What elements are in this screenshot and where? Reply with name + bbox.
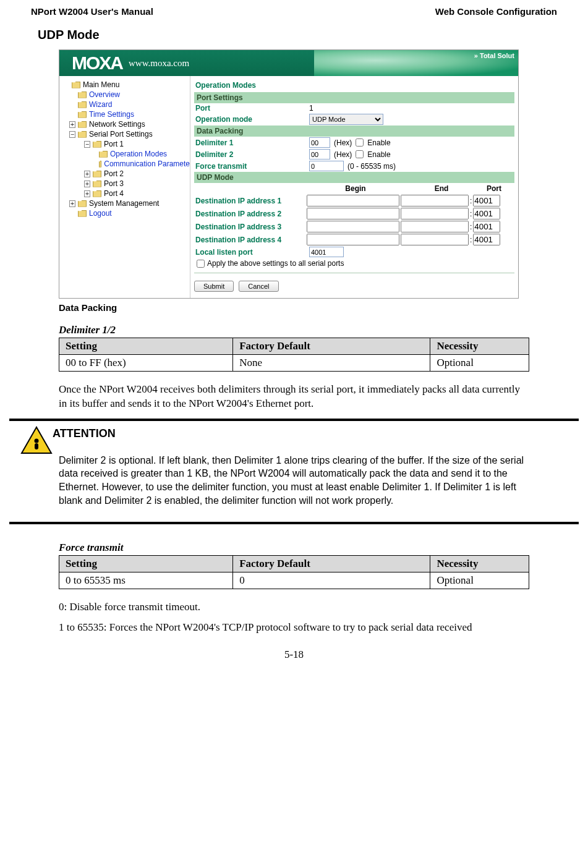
- screenshot-moxa-console: MOXA www.moxa.com » Total Solut Main Men…: [59, 49, 519, 299]
- tree-time-settings[interactable]: Time Settings: [89, 110, 134, 119]
- band-udp-mode: UDP Mode: [194, 172, 514, 183]
- td-factory-default: 0: [233, 572, 430, 589]
- dest1-end[interactable]: [401, 195, 469, 206]
- opmode-label: Operation mode: [194, 115, 305, 124]
- tree-network-settings[interactable]: Network Settings: [89, 120, 145, 129]
- attention-icon: [20, 426, 53, 454]
- hex-text: (Hex): [334, 150, 352, 159]
- col-begin: Begin: [307, 184, 404, 193]
- tree-operation-modes[interactable]: Operation Modes: [110, 150, 167, 158]
- opmode-select[interactable]: UDP Mode: [309, 114, 383, 125]
- port-value: 1: [309, 104, 313, 113]
- dest2-label: Destination IP address 2: [194, 210, 305, 218]
- hex-text: (Hex): [334, 138, 352, 147]
- th-factory-default: Factory Default: [233, 556, 430, 572]
- port-label: Port: [194, 104, 305, 113]
- expand-icon[interactable]: +: [84, 190, 90, 197]
- tree-comm-params[interactable]: Communication Paramete: [104, 160, 190, 168]
- expand-icon[interactable]: +: [69, 200, 75, 207]
- data-packing-heading: Data Packing: [59, 302, 529, 313]
- collapse-icon[interactable]: −: [69, 131, 75, 138]
- cancel-button[interactable]: Cancel: [239, 281, 278, 292]
- moxa-header-bar: MOXA www.moxa.com » Total Solut: [59, 50, 518, 76]
- dest4-port[interactable]: [473, 234, 500, 245]
- apply-all-checkbox[interactable]: [197, 260, 205, 268]
- dest4-end[interactable]: [401, 234, 469, 245]
- apply-all-label: Apply the above settings to all serial p…: [207, 259, 344, 268]
- header-left: NPort W2004 User's Manual: [31, 6, 153, 17]
- force-table: Setting Factory Default Necessity 0 to 6…: [59, 555, 529, 589]
- force-transmit-input[interactable]: [309, 161, 344, 171]
- tree-system-management[interactable]: System Management: [89, 199, 159, 208]
- delimiter-title: Delimiter 1/2: [59, 324, 529, 336]
- td-necessity: Optional: [430, 355, 529, 372]
- tree-overview[interactable]: Overview: [89, 90, 120, 99]
- tree-wizard[interactable]: Wizard: [89, 100, 112, 109]
- folder-icon: [78, 111, 87, 118]
- th-necessity: Necessity: [430, 556, 529, 572]
- enable-text: Enable: [367, 138, 390, 147]
- band-port-settings: Port Settings: [194, 92, 514, 103]
- dest3-label: Destination IP address 3: [194, 223, 305, 231]
- expand-icon[interactable]: +: [69, 121, 75, 128]
- total-solutions-text: » Total Solut: [474, 52, 514, 59]
- attention-body: Delimiter 2 is optional. If left blank, …: [59, 454, 529, 507]
- delimiter2-input[interactable]: [309, 149, 330, 160]
- enable-text: Enable: [367, 150, 390, 159]
- moxa-logo: MOXA: [72, 53, 122, 74]
- th-setting: Setting: [59, 556, 233, 572]
- submit-button[interactable]: Submit: [194, 281, 234, 292]
- col-port: Port: [479, 184, 509, 193]
- dest1-begin[interactable]: [307, 195, 399, 206]
- tree-logout[interactable]: Logout: [89, 209, 112, 218]
- dest2-port[interactable]: [473, 208, 500, 219]
- delimiter-table: Setting Factory Default Necessity 00 to …: [59, 338, 529, 372]
- delimiter1-input[interactable]: [309, 137, 330, 148]
- tree-port1[interactable]: Port 1: [104, 140, 124, 148]
- dest2-end[interactable]: [401, 208, 469, 219]
- local-listen-label: Local listen port: [194, 248, 305, 257]
- force-para1: 0: Disable force transmit timeout.: [59, 600, 529, 615]
- tree-port2[interactable]: Port 2: [104, 169, 124, 178]
- dest1-port[interactable]: [473, 195, 500, 206]
- tree-serial-port-settings[interactable]: Serial Port Settings: [89, 130, 153, 138]
- td-setting: 0 to 65535 ms: [59, 572, 233, 589]
- attention-block: ATTENTION Delimiter 2 is optional. If le…: [9, 419, 579, 524]
- dest2-begin[interactable]: [307, 208, 399, 219]
- folder-icon: [78, 131, 87, 138]
- dest3-end[interactable]: [401, 221, 469, 232]
- udp-mode-heading: UDP Mode: [38, 28, 529, 42]
- dest3-port[interactable]: [473, 221, 500, 232]
- tree-port3[interactable]: Port 3: [104, 179, 124, 188]
- expand-icon[interactable]: +: [84, 171, 90, 177]
- delimiter2-enable[interactable]: [356, 150, 364, 158]
- folder-icon: [78, 210, 87, 217]
- svg-rect-2: [35, 443, 38, 449]
- delimiter1-enable[interactable]: [356, 138, 364, 147]
- th-setting: Setting: [59, 338, 233, 355]
- folder-icon: [99, 151, 108, 158]
- moxa-url: www.moxa.com: [129, 58, 189, 69]
- dest3-begin[interactable]: [307, 221, 399, 232]
- collapse-icon[interactable]: −: [84, 141, 90, 148]
- expand-icon[interactable]: +: [84, 181, 90, 187]
- band-data-packing: Data Packing: [194, 126, 514, 137]
- folder-icon: [93, 181, 101, 187]
- td-necessity: Optional: [430, 572, 529, 589]
- dest4-begin[interactable]: [307, 234, 399, 245]
- nav-tree: Main Menu Overview Wizard Time Settings …: [59, 76, 190, 298]
- force-title: Force transmit: [59, 542, 529, 554]
- folder-icon: [93, 190, 101, 197]
- folder-icon: [93, 141, 101, 148]
- tree-port4[interactable]: Port 4: [104, 189, 124, 198]
- th-factory-default: Factory Default: [233, 338, 430, 355]
- dest4-label: Destination IP address 4: [194, 236, 305, 244]
- local-listen-input[interactable]: [309, 247, 344, 257]
- attention-heading: ATTENTION: [53, 427, 529, 440]
- svg-point-1: [35, 438, 39, 443]
- form-pane: Operation Modes Port Settings Port 1 Ope…: [190, 76, 518, 298]
- form-heading: Operation Modes: [194, 79, 514, 92]
- folder-icon: [72, 82, 80, 88]
- delimiter1-label: Delimiter 1: [194, 138, 305, 147]
- td-setting: 00 to FF (hex): [59, 355, 233, 372]
